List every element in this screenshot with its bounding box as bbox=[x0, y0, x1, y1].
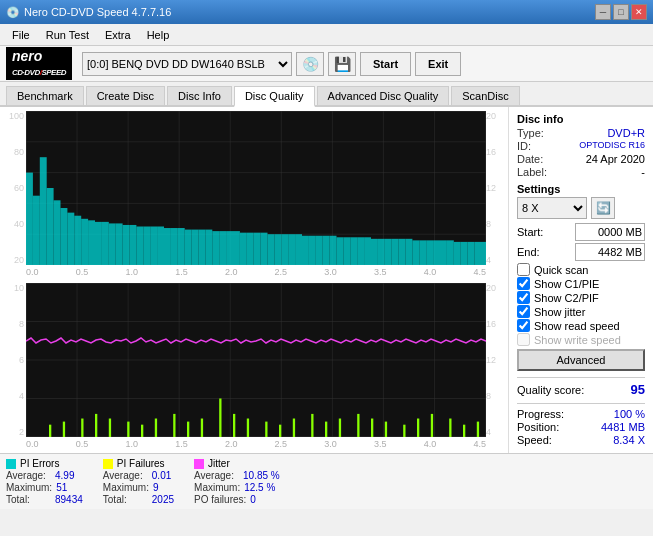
svg-rect-43 bbox=[212, 231, 219, 265]
svg-rect-49 bbox=[254, 233, 261, 265]
jitter-total-value: 0 bbox=[250, 494, 256, 505]
app-icon: 💿 bbox=[6, 6, 20, 19]
minimize-button[interactable]: ─ bbox=[595, 4, 611, 20]
svg-rect-63 bbox=[350, 237, 357, 265]
pi-errors-max-value: 51 bbox=[56, 482, 67, 493]
svg-rect-124 bbox=[463, 425, 465, 437]
tab-bar: Benchmark Create Disc Disc Info Disc Qua… bbox=[0, 82, 653, 107]
svg-rect-39 bbox=[185, 230, 192, 265]
jitter-avg-value: 10.85 % bbox=[243, 470, 280, 481]
svg-rect-100 bbox=[95, 414, 97, 437]
start-input[interactable] bbox=[575, 223, 645, 241]
pi-failures-avg-value: 0.01 bbox=[152, 470, 171, 481]
speed-value: 8.34 X bbox=[613, 434, 645, 446]
pi-failures-label: PI Failures bbox=[117, 458, 165, 469]
show-c1pie-label: Show C1/PIE bbox=[534, 278, 599, 290]
end-input[interactable] bbox=[575, 243, 645, 261]
id-label: ID: bbox=[517, 140, 531, 152]
jitter-color bbox=[194, 459, 204, 469]
start-button[interactable]: Start bbox=[360, 52, 411, 76]
disc-icon-button[interactable]: 💿 bbox=[296, 52, 324, 76]
tab-disc-quality[interactable]: Disc Quality bbox=[234, 86, 315, 107]
save-button[interactable]: 💾 bbox=[328, 52, 356, 76]
exit-button[interactable]: Exit bbox=[415, 52, 461, 76]
progress-value: 100 % bbox=[614, 408, 645, 420]
tab-benchmark[interactable]: Benchmark bbox=[6, 86, 84, 105]
speed-select[interactable]: 8 X bbox=[517, 197, 587, 219]
svg-rect-38 bbox=[178, 228, 185, 265]
titlebar-title: Nero CD-DVD Speed 4.7.7.16 bbox=[24, 6, 171, 18]
progress-section: Progress: 100 % Position: 4481 MB Speed:… bbox=[517, 403, 645, 447]
svg-rect-16 bbox=[26, 173, 33, 265]
svg-rect-27 bbox=[102, 222, 109, 265]
svg-rect-102 bbox=[127, 422, 129, 437]
quality-score-value: 95 bbox=[631, 382, 645, 397]
pi-errors-max-label: Maximum: bbox=[6, 482, 52, 493]
menu-extra[interactable]: Extra bbox=[97, 27, 139, 43]
y-axis-left-1: 10080604020 bbox=[4, 111, 26, 265]
svg-rect-76 bbox=[440, 240, 447, 265]
quality-score-label: Quality score: bbox=[517, 384, 584, 396]
pi-failures-avg-label: Average: bbox=[103, 470, 148, 481]
svg-rect-60 bbox=[330, 236, 337, 265]
svg-rect-105 bbox=[173, 414, 175, 437]
svg-rect-23 bbox=[74, 216, 81, 265]
svg-rect-54 bbox=[288, 234, 295, 265]
app-logo: nero CD·DVD/SPEED bbox=[6, 47, 72, 79]
y-axis-right-2: 20161284 bbox=[486, 283, 504, 437]
svg-rect-36 bbox=[164, 228, 171, 265]
pi-errors-total-label: Total: bbox=[6, 494, 51, 505]
pi-errors-avg-value: 4.99 bbox=[55, 470, 74, 481]
type-label: Type: bbox=[517, 127, 544, 139]
svg-rect-120 bbox=[403, 425, 405, 437]
sidebar: Disc info Type: DVD+R ID: OPTODISC R16 D… bbox=[508, 107, 653, 453]
main-content: 10080604020 20161284 bbox=[0, 107, 653, 509]
svg-rect-57 bbox=[309, 236, 316, 265]
svg-rect-65 bbox=[364, 237, 371, 265]
pi-failures-total-label: Total: bbox=[103, 494, 148, 505]
svg-rect-111 bbox=[265, 422, 267, 437]
maximize-button[interactable]: □ bbox=[613, 4, 629, 20]
show-write-speed-checkbox[interactable] bbox=[517, 333, 530, 346]
tab-create-disc[interactable]: Create Disc bbox=[86, 86, 165, 105]
y-axis-left-2: 108642 bbox=[4, 283, 26, 437]
svg-rect-32 bbox=[136, 227, 143, 266]
position-value: 4481 MB bbox=[601, 421, 645, 433]
pi-failures-total-value: 2025 bbox=[152, 494, 174, 505]
svg-rect-106 bbox=[187, 422, 189, 437]
svg-rect-103 bbox=[141, 425, 143, 437]
pi-errors-total-value: 89434 bbox=[55, 494, 83, 505]
refresh-button[interactable]: 🔄 bbox=[591, 197, 615, 219]
type-value: DVD+R bbox=[607, 127, 645, 139]
tab-disc-info[interactable]: Disc Info bbox=[167, 86, 232, 105]
quick-scan-checkbox[interactable] bbox=[517, 263, 530, 276]
svg-rect-50 bbox=[261, 233, 268, 265]
jitter-max-value: 12.5 % bbox=[244, 482, 275, 493]
advanced-button[interactable]: Advanced bbox=[517, 349, 645, 371]
svg-rect-34 bbox=[150, 227, 157, 266]
show-jitter-label: Show jitter bbox=[534, 306, 585, 318]
svg-rect-25 bbox=[88, 220, 95, 265]
menu-run-test[interactable]: Run Test bbox=[38, 27, 97, 43]
show-jitter-checkbox[interactable] bbox=[517, 305, 530, 318]
show-c2pif-checkbox[interactable] bbox=[517, 291, 530, 304]
svg-rect-72 bbox=[412, 240, 419, 265]
chart2-area bbox=[26, 283, 486, 437]
close-button[interactable]: ✕ bbox=[631, 4, 647, 20]
svg-rect-71 bbox=[406, 239, 413, 265]
start-label: Start: bbox=[517, 226, 543, 238]
svg-rect-110 bbox=[247, 419, 249, 437]
svg-rect-53 bbox=[281, 234, 288, 265]
show-c1pie-checkbox[interactable] bbox=[517, 277, 530, 290]
show-read-speed-checkbox[interactable] bbox=[517, 319, 530, 332]
tab-advanced-disc-quality[interactable]: Advanced Disc Quality bbox=[317, 86, 450, 105]
device-select[interactable]: [0:0] BENQ DVD DD DW1640 BSLB bbox=[82, 52, 292, 76]
tab-scan-disc[interactable]: ScanDisc bbox=[451, 86, 519, 105]
svg-rect-112 bbox=[279, 425, 281, 437]
svg-rect-101 bbox=[109, 419, 111, 437]
menu-file[interactable]: File bbox=[4, 27, 38, 43]
svg-rect-62 bbox=[343, 237, 350, 265]
menu-help[interactable]: Help bbox=[139, 27, 178, 43]
show-write-speed-label: Show write speed bbox=[534, 334, 621, 346]
x-axis-1: 0.00.51.01.52.02.53.03.54.04.5 bbox=[26, 267, 486, 281]
